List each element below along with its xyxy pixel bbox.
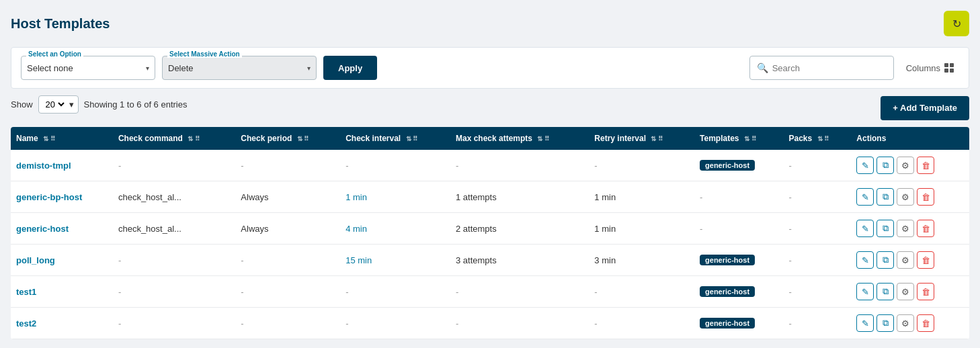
select-option-label: Select an Option	[26, 50, 83, 58]
edit-button[interactable]: ✎	[856, 314, 874, 332]
show-add-row: Show 20 ▾ Showing 1 to 6 of 6 entries + …	[11, 95, 969, 120]
dash-cell: -	[241, 161, 243, 171]
col-templates-icons[interactable]: ⇅ ⠿	[744, 135, 756, 142]
interval-link[interactable]: 15 min	[345, 255, 372, 265]
copy-button[interactable]: ⧉	[876, 157, 894, 174]
row-name-link[interactable]: demisto-tmpl	[16, 161, 71, 171]
col-check-interval-icons[interactable]: ⇅ ⠿	[406, 135, 418, 142]
name-cell: poll_long	[11, 245, 113, 276]
actions-cell: ✎ ⧉ ⚙ 🗑	[851, 308, 969, 339]
gear-button[interactable]: ⚙	[897, 188, 914, 206]
search-icon: 🔍	[757, 62, 768, 73]
gear-button[interactable]: ⚙	[897, 157, 914, 174]
columns-button[interactable]: Columns	[901, 60, 959, 76]
edit-button[interactable]: ✎	[856, 157, 874, 174]
packs-cell: -	[784, 150, 852, 181]
row-name-link[interactable]: test2	[16, 318, 36, 329]
select-option-wrapper[interactable]: Select none ▾	[21, 56, 155, 80]
table-row: generic-bp-host check_host_al... Always …	[11, 181, 969, 213]
dash-cell: -	[118, 318, 121, 329]
template-badge[interactable]: generic-host	[700, 318, 755, 329]
col-name-icons[interactable]: ⇅ ⠿	[43, 135, 55, 142]
delete-button[interactable]: 🗑	[917, 251, 934, 269]
table-row: poll_long - - 15 min 3 attempts 3 min ge…	[11, 245, 969, 276]
edit-button[interactable]: ✎	[856, 283, 874, 300]
dash-cell: -	[456, 287, 458, 297]
add-template-button[interactable]: + Add Template	[881, 96, 969, 120]
dash-cell: -	[594, 318, 597, 329]
edit-button[interactable]: ✎	[856, 188, 874, 206]
row-name-link[interactable]: poll_long	[16, 255, 55, 265]
check-interval-cell: 4 min	[340, 213, 450, 245]
copy-button[interactable]: ⧉	[876, 188, 894, 206]
row-name-link[interactable]: generic-bp-host	[16, 192, 82, 202]
check-command-cell: check_host_al...	[113, 213, 235, 245]
packs-cell: -	[784, 181, 852, 213]
delete-button[interactable]: 🗑	[917, 314, 934, 332]
host-templates-table: Name ⇅ ⠿ Check command ⇅ ⠿ Check period …	[11, 127, 969, 339]
col-check-period-icons[interactable]: ⇅ ⠿	[297, 135, 309, 142]
template-badge[interactable]: generic-host	[700, 160, 755, 171]
col-max-check-attempts: Max check attempts ⇅ ⠿	[450, 127, 589, 150]
delete-button[interactable]: 🗑	[917, 157, 934, 174]
col-packs: Packs ⇅ ⠿	[784, 127, 852, 150]
delete-button[interactable]: 🗑	[917, 283, 934, 300]
col-max-check-icons[interactable]: ⇅ ⠿	[537, 135, 549, 142]
edit-button[interactable]: ✎	[856, 251, 874, 269]
row-name-link[interactable]: generic-host	[16, 224, 69, 234]
col-retry-interval: Retry interval ⇅ ⠿	[589, 127, 694, 150]
copy-button[interactable]: ⧉	[876, 251, 894, 269]
columns-label: Columns	[906, 63, 940, 73]
copy-button[interactable]: ⧉	[876, 220, 894, 237]
template-badge[interactable]: generic-host	[700, 286, 755, 297]
dash-cell: -	[789, 224, 792, 234]
delete-button[interactable]: 🗑	[917, 220, 934, 237]
col-actions: Actions	[851, 127, 969, 150]
show-select-wrapper[interactable]: 20 ▾	[38, 95, 79, 114]
page-wrapper: Host Templates ↻ Select an Option Select…	[0, 0, 980, 348]
refresh-button[interactable]: ↻	[944, 11, 969, 36]
templates-cell: -	[694, 181, 783, 213]
template-badge[interactable]: generic-host	[700, 255, 755, 265]
table-row: demisto-tmpl - - - - - generic-host - ✎ …	[11, 150, 969, 181]
col-retry-interval-icons[interactable]: ⇅ ⠿	[651, 135, 663, 142]
col-packs-icons[interactable]: ⇅ ⠿	[817, 135, 829, 142]
search-input[interactable]	[772, 63, 887, 73]
action-icons: ✎ ⧉ ⚙ 🗑	[856, 157, 964, 174]
copy-button[interactable]: ⧉	[876, 283, 894, 300]
col-check-command-icons[interactable]: ⇅ ⠿	[188, 135, 200, 142]
apply-button[interactable]: Apply	[323, 56, 377, 80]
check-interval-cell: -	[340, 308, 450, 339]
interval-link[interactable]: 4 min	[345, 224, 367, 234]
templates-cell: -	[694, 213, 783, 245]
edit-button[interactable]: ✎	[856, 220, 874, 237]
interval-link[interactable]: 1 min	[345, 192, 367, 202]
check-period-cell: -	[235, 276, 340, 308]
action-icons: ✎ ⧉ ⚙ 🗑	[856, 314, 964, 332]
check-command-cell: -	[113, 308, 235, 339]
select-option-select[interactable]: Select none	[27, 63, 143, 73]
dash-cell: -	[456, 318, 458, 329]
name-cell: demisto-tmpl	[11, 150, 113, 181]
massive-action-chevron: ▾	[307, 64, 311, 72]
retry-interval-cell: 1 min	[589, 181, 694, 213]
massive-action-select[interactable]: Delete	[168, 63, 304, 73]
check-command-cell: -	[113, 245, 235, 276]
table-row: test1 - - - - - generic-host - ✎ ⧉ ⚙ 🗑	[11, 276, 969, 308]
delete-button[interactable]: 🗑	[917, 188, 934, 206]
action-icons: ✎ ⧉ ⚙ 🗑	[856, 251, 964, 269]
row-name-link[interactable]: test1	[16, 287, 36, 297]
show-select[interactable]: 20	[43, 99, 67, 110]
gear-button[interactable]: ⚙	[897, 314, 914, 332]
copy-button[interactable]: ⧉	[876, 314, 894, 332]
max-check-attempts-cell: -	[450, 276, 589, 308]
dash-cell: -	[118, 161, 121, 171]
gear-button[interactable]: ⚙	[897, 251, 914, 269]
check-interval-cell: -	[340, 150, 450, 181]
action-icons: ✎ ⧉ ⚙ 🗑	[856, 188, 964, 206]
massive-action-wrapper[interactable]: Delete ▾	[162, 56, 317, 80]
col-name: Name ⇅ ⠿	[11, 127, 113, 150]
gear-button[interactable]: ⚙	[897, 220, 914, 237]
check-command-cell: -	[113, 150, 235, 181]
gear-button[interactable]: ⚙	[897, 283, 914, 300]
